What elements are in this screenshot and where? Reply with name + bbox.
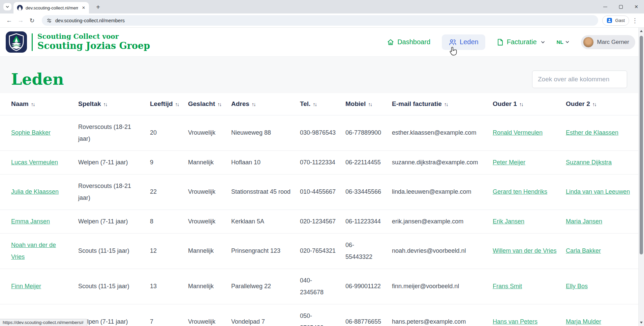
sort-icon[interactable]: ↑↓ xyxy=(444,101,448,107)
sort-icon[interactable]: ↑↓ xyxy=(175,101,179,107)
cell-text: 12 xyxy=(150,247,157,254)
page-scrollbar[interactable] xyxy=(638,28,644,326)
home-icon xyxy=(387,38,394,46)
sort-icon[interactable]: ↑↓ xyxy=(103,101,107,107)
parent-link[interactable]: Gerard ten Hendriks xyxy=(493,188,547,195)
back-button[interactable]: ← xyxy=(3,15,15,26)
cell-text: 020-7654321 xyxy=(300,247,336,254)
user-name: Marc Gerner xyxy=(597,39,629,46)
member-link[interactable]: Noah van der de Vries xyxy=(11,242,56,260)
column-header-naam[interactable]: Naam↑↓ xyxy=(0,93,78,115)
guest-profile-button[interactable]: Gast xyxy=(602,16,629,26)
cell-text: 22 xyxy=(150,188,157,195)
parent-link[interactable]: Carla Bakker xyxy=(566,247,601,254)
url-bar[interactable]: dev.scouting-collect.nl/members xyxy=(42,15,598,26)
cell-text: 06-22114455 xyxy=(345,159,381,166)
minimize-button[interactable] xyxy=(597,0,613,13)
member-link[interactable]: Julia de Klaassen xyxy=(11,188,59,195)
close-button[interactable]: ✕ xyxy=(628,0,644,13)
guest-label: Gast xyxy=(615,18,625,23)
brand-text: Scouting Collect voor Scouting Jozias Gr… xyxy=(37,33,150,51)
member-link[interactable]: Emma Jansen xyxy=(11,218,50,225)
parent-link[interactable]: Linda van van Leeuwen xyxy=(566,188,630,195)
minimize-icon xyxy=(603,7,607,7)
column-label: Geslacht xyxy=(188,100,215,107)
parent-link[interactable]: Erik Jansen xyxy=(493,218,524,225)
cell-text: esther.klaassen@example.com xyxy=(392,129,476,136)
maximize-icon xyxy=(619,5,623,9)
sort-icon[interactable]: ↑↓ xyxy=(519,101,523,107)
search-input[interactable] xyxy=(532,71,627,88)
url-text[interactable]: dev.scouting-collect.nl/members xyxy=(55,18,125,23)
scroll-up-arrow-icon[interactable] xyxy=(640,30,643,32)
column-label: Speltak xyxy=(78,100,101,107)
sort-icon[interactable]: ↑↓ xyxy=(252,101,255,107)
parent-link[interactable]: Maria Jansen xyxy=(566,218,602,225)
parent-link[interactable]: Esther de Klaassen xyxy=(566,129,618,136)
parent-link[interactable]: Suzanne Dijkstra xyxy=(566,159,612,166)
user-menu[interactable]: Marc Gerner xyxy=(581,35,635,49)
cell-text: 06-33445566 xyxy=(345,188,381,195)
column-header-e-mail-facturatie[interactable]: E-mail facturatie↑↓ xyxy=(392,93,493,115)
member-link[interactable]: Lucas Vermeulen xyxy=(11,159,58,166)
scroll-down-arrow-icon[interactable] xyxy=(640,322,643,324)
brand-divider xyxy=(32,33,33,51)
cell-text: Kerklaan 5A xyxy=(231,218,264,225)
members-table: Naam↑↓Speltak↑↓Leeftijd↑↓Geslacht↑↓Adres… xyxy=(0,93,638,326)
table-row: Sophie BakkerRoverscouts (18-21 jaar)20V… xyxy=(0,115,638,151)
column-header-mobiel[interactable]: Mobiel↑↓ xyxy=(345,93,392,115)
parent-link[interactable]: Frans Smit xyxy=(493,283,522,290)
column-header-leeftijd[interactable]: Leeftijd↑↓ xyxy=(150,93,188,115)
parent-link[interactable]: Elly Bos xyxy=(566,283,588,290)
invoice-icon xyxy=(497,38,504,46)
member-link[interactable]: Sophie Bakker xyxy=(11,129,51,136)
parent-link[interactable]: Marja Mulder xyxy=(566,318,601,325)
nav-item-dashboard[interactable]: Dashboard xyxy=(387,38,430,46)
column-header-ouder-2[interactable]: Ouder 2↑↓ xyxy=(566,93,638,115)
column-header-adres[interactable]: Adres↑↓ xyxy=(231,93,300,115)
sort-icon[interactable]: ↑↓ xyxy=(313,101,316,107)
site-favicon xyxy=(17,5,23,11)
close-icon: ✕ xyxy=(634,4,638,9)
nav-item-facturatie[interactable]: Facturatie xyxy=(497,38,545,46)
cell-text: Roverscouts (18-21 jaar) xyxy=(78,124,131,142)
sort-icon[interactable]: ↑↓ xyxy=(368,101,372,107)
cell-text: 8 xyxy=(150,218,153,225)
browser-menu-button[interactable]: ⋮ xyxy=(632,17,638,24)
column-label: Naam xyxy=(11,100,29,107)
cell-text: 070-1122334 xyxy=(300,159,335,166)
scrollbar-thumb[interactable] xyxy=(640,36,643,254)
parent-link[interactable]: Hans van Peters xyxy=(493,318,538,325)
cell-text: Vrouwelijk xyxy=(188,318,215,325)
parent-link[interactable]: Peter Meijer xyxy=(493,159,525,166)
tab-search-button[interactable] xyxy=(3,3,11,10)
cell-text: Vrouwelijk xyxy=(188,129,215,136)
new-tab-button[interactable]: + xyxy=(94,3,102,11)
cell-text: Nieuweweg 88 xyxy=(231,129,271,136)
forward-button: → xyxy=(15,15,26,26)
sort-icon[interactable]: ↑↓ xyxy=(31,101,35,107)
cell-text: 06-88776655 xyxy=(345,318,381,325)
column-label: Tel. xyxy=(300,100,310,107)
column-header-tel[interactable]: Tel.↑↓ xyxy=(300,93,345,115)
column-header-ouder-1[interactable]: Ouder 1↑↓ xyxy=(493,93,566,115)
chevron-down-icon xyxy=(565,40,570,44)
sort-icon[interactable]: ↑↓ xyxy=(217,101,221,107)
chevron-down-icon xyxy=(5,5,9,9)
column-header-geslacht[interactable]: Geslacht↑↓ xyxy=(188,93,231,115)
parent-link[interactable]: Willem van der de Vries xyxy=(493,247,556,254)
reload-button[interactable]: ↻ xyxy=(26,15,38,26)
maximize-button[interactable] xyxy=(613,0,628,13)
guest-avatar-icon xyxy=(607,18,612,23)
parent-link[interactable]: Ronald Vermeulen xyxy=(493,129,543,136)
member-link[interactable]: Finn Meijer xyxy=(11,283,41,290)
brand-line2: Scouting Jozias Groep xyxy=(37,40,150,51)
column-header-speltak[interactable]: Speltak↑↓ xyxy=(78,93,150,115)
language-selector[interactable]: NL xyxy=(557,39,570,45)
browser-tab[interactable]: dev.scouting-collect.nl/members ✕ xyxy=(13,2,89,13)
table-row: Emma JansenWelpen (7-11 jaar)8Vrouwelijk… xyxy=(0,210,638,233)
tab-close-icon[interactable]: ✕ xyxy=(81,5,86,10)
sort-icon[interactable]: ↑↓ xyxy=(592,101,596,107)
table-row: Lieke DijkstraWelpen (7-11 jaar)7Vrouwel… xyxy=(0,304,638,326)
nav-item-leden[interactable]: Leden xyxy=(442,34,485,50)
